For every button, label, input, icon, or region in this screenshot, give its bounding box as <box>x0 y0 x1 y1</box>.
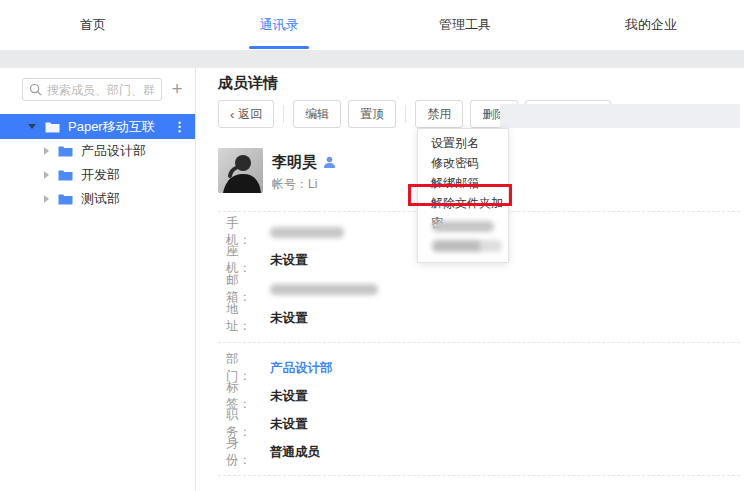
user-icon[interactable] <box>323 156 336 169</box>
folder-icon <box>58 193 73 205</box>
account-label: 帐号： <box>272 177 308 191</box>
nav-tab-my-enterprise[interactable]: 我的企业 <box>558 0 744 50</box>
toolbar-divider <box>405 105 406 123</box>
account-value: Li <box>308 177 317 191</box>
disable-button-label: 禁用 <box>427 106 451 123</box>
redacted-menu-item <box>432 240 502 252</box>
department-link[interactable]: 产品设计部 <box>270 360 333 377</box>
tree-node-label: 开发部 <box>81 166 120 184</box>
nav-tab-admin-tools[interactable]: 管理工具 <box>372 0 558 50</box>
redacted-region <box>500 104 740 128</box>
field-value: 未设置 <box>270 310 308 327</box>
field-row-tags: 标签： 未设置 <box>226 386 308 406</box>
back-button-label: 返回 <box>238 106 262 123</box>
folder-icon <box>58 169 73 181</box>
field-label: 地址： <box>226 301 262 335</box>
field-label: 身份： <box>226 435 262 469</box>
avatar-photo <box>218 148 263 193</box>
tree-node-dept[interactable]: 开发部 <box>0 163 195 187</box>
account-line: 帐号：Li <box>272 176 317 193</box>
nav-tab-contacts[interactable]: 通讯录 <box>186 0 372 50</box>
edit-button[interactable]: 编辑 <box>293 100 341 128</box>
tree-node-label: Paper移动互联 <box>68 118 173 136</box>
search-input[interactable] <box>22 78 162 101</box>
field-value: 普通成员 <box>270 444 320 461</box>
member-detail-page: 首页 通讯录 管理工具 我的企业 + <box>0 0 744 491</box>
field-value: 未设置 <box>270 388 308 405</box>
field-value: 未设置 <box>270 252 308 269</box>
field-row-department: 部门： 产品设计部 <box>226 358 333 378</box>
pin-button[interactable]: 置顶 <box>348 100 396 128</box>
avatar <box>218 148 263 193</box>
node-more-actions-icon[interactable]: ⋮ <box>173 120 186 133</box>
tree-node-label: 产品设计部 <box>81 142 146 160</box>
caret-right-icon[interactable] <box>44 195 49 203</box>
section-divider <box>218 342 740 343</box>
pin-button-label: 置顶 <box>360 106 384 123</box>
member-name: 李明昊 <box>272 153 317 172</box>
nav-tab-label: 通讯录 <box>260 16 299 34</box>
back-button[interactable]: ‹ 返回 <box>218 100 274 128</box>
field-row-email: 邮箱： <box>226 279 378 299</box>
caret-right-icon[interactable] <box>44 171 49 179</box>
top-nav: 首页 通讯录 管理工具 我的企业 <box>0 0 744 50</box>
menu-item-remove-folder-encryption[interactable]: 解除文件夹加密 <box>418 193 508 213</box>
toolbar-divider <box>283 105 284 123</box>
field-row-mobile: 手机： <box>226 222 344 242</box>
section-divider <box>218 475 740 476</box>
tree-node-root-selected[interactable]: Paper移动互联 ⋮ <box>0 114 195 139</box>
sidebar: + Paper移动互联 ⋮ 产品设计部 <box>0 68 196 491</box>
search-box <box>22 78 162 101</box>
active-tab-underline <box>249 46 309 49</box>
more-actions-dropdown: 设置别名 修改密码 解绑邮箱 解除文件夹加密 <box>417 128 509 263</box>
field-row-position: 职务： 未设置 <box>226 414 308 434</box>
nav-tab-label: 管理工具 <box>439 16 491 34</box>
field-value: 未设置 <box>270 416 308 433</box>
menu-item-change-password[interactable]: 修改密码 <box>418 153 508 173</box>
caret-down-icon[interactable] <box>28 124 36 129</box>
search-icon <box>29 83 42 96</box>
org-tree: Paper移动互联 ⋮ 产品设计部 开发部 <box>0 114 195 211</box>
page-title: 成员详情 <box>218 74 278 93</box>
disable-button[interactable]: 禁用 <box>415 100 463 128</box>
back-chevron-icon: ‹ <box>230 107 234 122</box>
header-divider-strip <box>0 50 744 68</box>
caret-right-icon[interactable] <box>44 147 49 155</box>
redacted-phone-value <box>270 227 344 238</box>
field-row-identity: 身份： 普通成员 <box>226 442 320 462</box>
redacted-menu-item <box>432 221 494 232</box>
edit-button-label: 编辑 <box>305 106 329 123</box>
member-name-row: 李明昊 <box>272 153 336 172</box>
menu-item-set-alias[interactable]: 设置别名 <box>418 133 508 153</box>
folder-icon <box>58 145 73 157</box>
tree-node-dept[interactable]: 测试部 <box>0 187 195 211</box>
tree-node-label: 测试部 <box>81 190 120 208</box>
add-button[interactable]: + <box>164 76 190 102</box>
folder-icon <box>45 121 60 133</box>
nav-tab-label: 我的企业 <box>625 16 677 34</box>
field-row-landline: 座机： 未设置 <box>226 250 308 270</box>
menu-item-unbind-email[interactable]: 解绑邮箱 <box>418 173 508 193</box>
field-row-address: 地址： 未设置 <box>226 308 308 328</box>
nav-tab-home[interactable]: 首页 <box>0 0 186 50</box>
nav-tab-label: 首页 <box>80 16 106 34</box>
redacted-email-value <box>270 284 378 295</box>
tree-node-dept[interactable]: 产品设计部 <box>0 139 195 163</box>
